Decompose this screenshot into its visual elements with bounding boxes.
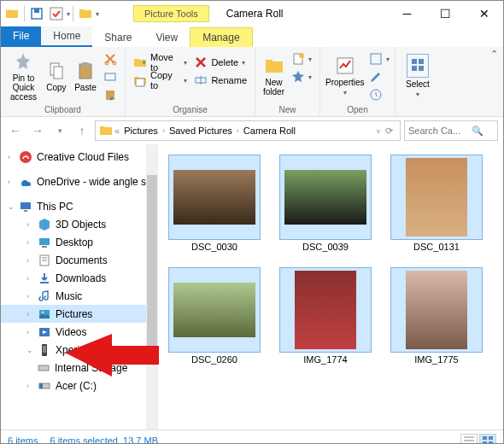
history-button[interactable] [366, 86, 392, 103]
copy-path-button[interactable] [101, 68, 120, 85]
qat-dropdown-2-icon[interactable]: ▾ [96, 10, 99, 18]
svg-rect-26 [39, 238, 50, 245]
new-item-button[interactable]: ▾ [289, 50, 314, 67]
copy-button[interactable]: Copy [43, 49, 70, 103]
copy-icon [46, 61, 67, 81]
move-to-button[interactable]: Move to ▾ [131, 54, 190, 71]
svg-rect-35 [43, 346, 46, 353]
qat-save-icon[interactable] [27, 4, 46, 23]
file-item[interactable]: DSC_0039 [279, 155, 372, 252]
status-bar: 6 items 6 items selected 13.7 MB [1, 429, 503, 444]
svg-rect-10 [106, 91, 114, 100]
select-button[interactable]: Select▾ [401, 49, 435, 103]
address-box[interactable]: « Pictures› Saved Pictures› Camera Roll … [95, 120, 401, 141]
scrollbar[interactable] [146, 144, 158, 429]
cut-button[interactable] [101, 50, 120, 67]
up-button[interactable]: ↑ [73, 121, 91, 140]
svg-rect-38 [39, 383, 43, 388]
svg-rect-43 [489, 436, 493, 440]
breadcrumb[interactable]: Pictures [121, 126, 161, 136]
tree-this-pc[interactable]: ⌄This PC [1, 197, 158, 215]
search-box[interactable]: 🔍 [404, 120, 498, 141]
view-tab[interactable]: View [144, 28, 190, 47]
folder-icon-2[interactable] [76, 4, 95, 23]
titlebar: ▾ ▾ Picture Tools Camera Roll ─ ☐ ✕ [1, 1, 503, 26]
copy-to-button[interactable]: Copy to ▾ [131, 72, 190, 89]
manage-tab[interactable]: Manage [190, 27, 252, 47]
breadcrumb[interactable]: Camera Roll [241, 126, 298, 136]
tree-3d-objects[interactable]: ›3D Objects [1, 215, 158, 233]
properties-button[interactable]: Properties▾ [325, 49, 365, 103]
search-input[interactable] [408, 126, 468, 136]
ribbon: ⌃ Pin to Quick access Copy Paste Clipboa… [1, 47, 503, 117]
open-button[interactable]: ▾ [366, 50, 392, 67]
svg-rect-22 [419, 66, 424, 71]
paste-shortcut-button[interactable] [101, 86, 120, 103]
tree-downloads[interactable]: ›Downloads [1, 269, 158, 287]
easy-access-button[interactable]: ▾ [289, 68, 314, 85]
forward-button[interactable]: → [28, 121, 47, 140]
refresh-icon[interactable]: ⟳ [382, 126, 396, 137]
tree-onedrive[interactable]: ›OneDrive - wide angle s [1, 172, 158, 190]
tree-music[interactable]: ›Music [1, 287, 158, 305]
properties-icon [335, 56, 355, 76]
svg-rect-24 [21, 202, 31, 209]
rename-button[interactable]: Rename [191, 72, 249, 89]
address-bar: ← → ▾ ↑ « Pictures› Saved Pictures› Came… [1, 117, 503, 144]
details-view-button[interactable] [460, 434, 478, 445]
thumbnails-view-button[interactable] [479, 434, 496, 445]
new-folder-icon [264, 56, 284, 76]
item-count: 6 items [8, 435, 38, 445]
qat-dropdown-icon[interactable]: ▾ [67, 10, 70, 18]
search-icon: 🔍 [472, 126, 483, 137]
svg-rect-2 [50, 8, 62, 20]
back-button[interactable]: ← [6, 121, 25, 140]
new-group-label: New [261, 105, 314, 115]
folder-icon[interactable] [3, 4, 21, 23]
svg-rect-6 [82, 62, 89, 67]
tree-internal-storage[interactable]: Internal Storage [1, 359, 158, 377]
file-item[interactable]: DSC_0260 [168, 267, 261, 365]
tree-documents[interactable]: ›Documents [1, 251, 158, 269]
paste-button[interactable]: Paste [72, 49, 99, 103]
new-folder-button[interactable]: New folder [261, 49, 287, 103]
svg-rect-4 [54, 67, 62, 79]
folder-icon [99, 124, 113, 137]
paste-icon [75, 61, 96, 81]
clipboard-group-label: Clipboard [6, 105, 120, 115]
file-grid: DSC_0030 DSC_0039 DSC_0131 DSC_0260 IMG_… [158, 144, 503, 429]
pin-icon [13, 51, 33, 72]
tree-creative-cloud[interactable]: ›Creative Cloud Files [1, 148, 158, 166]
selected-count: 6 items selected 13.7 MB [50, 435, 158, 445]
recent-button[interactable]: ▾ [50, 121, 69, 140]
delete-button[interactable]: Delete ▾ [191, 54, 249, 71]
maximize-button[interactable]: ☐ [426, 1, 465, 26]
file-item[interactable]: DSC_0131 [390, 155, 483, 252]
svg-rect-45 [489, 441, 493, 445]
svg-rect-1 [34, 9, 39, 13]
open-group-label: Open [325, 105, 390, 115]
file-item[interactable]: DSC_0030 [168, 155, 261, 252]
tree-desktop[interactable]: ›Desktop [1, 233, 158, 251]
tree-acer[interactable]: ›Acer (C:) [1, 377, 158, 394]
qat-checkbox-icon[interactable] [47, 4, 66, 23]
pin-quick-access-button[interactable]: Pin to Quick access [6, 49, 41, 103]
share-tab[interactable]: Share [92, 28, 144, 47]
file-item[interactable]: IMG_1775 [390, 267, 483, 365]
home-tab[interactable]: Home [41, 26, 92, 47]
breadcrumb[interactable]: Saved Pictures [167, 126, 235, 136]
svg-rect-21 [412, 66, 417, 71]
tree-videos[interactable]: ›Videos [1, 323, 158, 341]
tree-xperia[interactable]: ⌄Xperia Z3 [1, 341, 158, 359]
file-tab[interactable]: File [1, 26, 41, 47]
file-item[interactable]: IMG_1774 [279, 267, 372, 365]
tree-pictures[interactable]: ›Pictures [1, 305, 158, 323]
svg-rect-27 [42, 246, 47, 248]
collapse-ribbon-icon[interactable]: ⌃ [490, 49, 498, 60]
window-title: Camera Roll [226, 8, 284, 20]
svg-rect-36 [38, 365, 49, 371]
edit-button[interactable] [366, 68, 392, 85]
close-button[interactable]: ✕ [465, 1, 503, 26]
nav-tree: ›Creative Cloud Files ›OneDrive - wide a… [1, 144, 158, 429]
minimize-button[interactable]: ─ [388, 1, 426, 26]
